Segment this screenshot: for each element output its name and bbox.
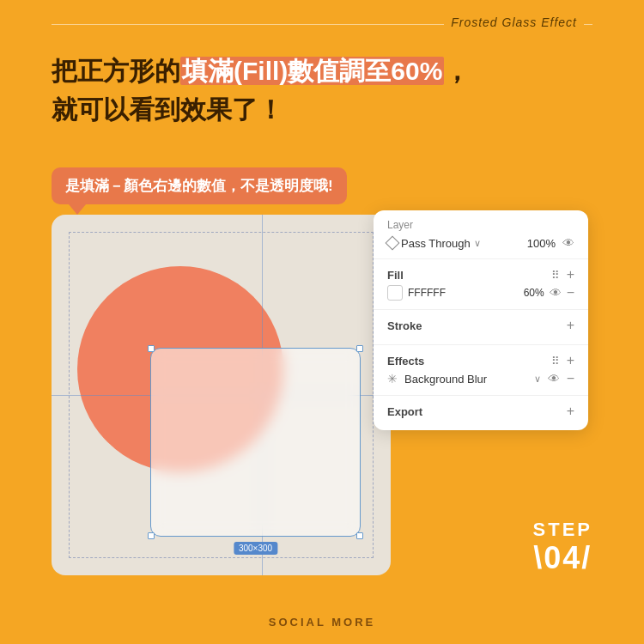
fill-color-swatch[interactable] — [387, 285, 403, 301]
effects-eye-icon[interactable]: 👁 — [548, 372, 560, 386]
heading-line2: 就可以看到效果了！ — [52, 95, 283, 124]
handle-tl[interactable] — [148, 345, 155, 352]
opacity-value[interactable]: 100% — [527, 237, 556, 250]
step-badge: STEP \04/ — [533, 519, 592, 575]
layer-row: Pass Through ∨ 100% 👁 — [387, 236, 574, 250]
size-label: 300×300 — [234, 542, 277, 555]
speech-bubble: 是填滿－顏色右邊的數值，不是透明度哦! — [52, 167, 347, 204]
fill-hex-value[interactable]: FFFFFF — [408, 287, 507, 299]
fill-eye-icon[interactable]: 👁 — [550, 286, 562, 300]
fill-minus-icon[interactable]: − — [567, 285, 574, 301]
blend-mode-label: Pass Through — [401, 237, 471, 250]
frosted-glass-box[interactable]: 300×300 — [150, 348, 361, 537]
export-header-row: Export + — [387, 404, 574, 418]
effects-dots-icon[interactable]: ⠿ — [551, 355, 560, 368]
heading-post: ， — [444, 57, 470, 85]
fill-row: FFFFFF 60% 👁 − — [387, 285, 574, 301]
fill-dots-icon[interactable]: ⠿ — [551, 269, 560, 282]
fill-section: Fill ⠿ + FFFFFF 60% 👁 − — [374, 259, 588, 310]
fill-percent-value[interactable]: 60% — [512, 287, 544, 299]
effects-item: ✳ Background Blur ∨ 👁 − — [387, 371, 574, 386]
main-heading: 把正方形的填滿(Fill)數值調至60%， 就可以看到效果了！ — [52, 52, 592, 129]
eye-icon[interactable]: 👁 — [562, 236, 574, 250]
blend-mode-control[interactable]: Pass Through ∨ — [387, 237, 481, 250]
effects-item-label[interactable]: Background Blur — [404, 373, 527, 386]
heading-pre: 把正方形的 — [52, 57, 180, 85]
effects-icons: ⠿ + — [551, 354, 574, 368]
effects-sun-icon: ✳ — [387, 372, 398, 386]
fill-header-row: Fill ⠿ + — [387, 268, 574, 282]
step-word: STEP — [533, 519, 592, 541]
step-number: \04/ — [533, 541, 592, 575]
effects-item-chevron[interactable]: ∨ — [534, 374, 541, 385]
stroke-plus-icon[interactable]: + — [567, 319, 574, 332]
blend-diamond-icon — [386, 236, 400, 251]
handle-tr[interactable] — [356, 345, 363, 352]
heading-highlight: 填滿(Fill)數值調至60% — [180, 57, 444, 85]
fill-plus-icon[interactable]: + — [567, 268, 574, 282]
canvas-area: 300×300 — [52, 215, 391, 575]
stroke-header-row: Stroke + — [387, 319, 574, 332]
effects-plus-icon[interactable]: + — [567, 354, 574, 368]
blend-chevron-icon: ∨ — [474, 238, 481, 249]
effects-minus-icon[interactable]: − — [567, 371, 574, 386]
stroke-section: Stroke + — [374, 310, 588, 345]
layer-section: Layer Pass Through ∨ 100% 👁 — [374, 210, 588, 259]
effects-label: Effects — [387, 355, 424, 368]
fill-icons: ⠿ + — [551, 268, 574, 282]
handle-bl[interactable] — [148, 532, 155, 539]
brand-name: SOCIAL MORE — [0, 616, 644, 629]
fill-label: Fill — [387, 269, 404, 282]
effects-header-row: Effects ⠿ + — [387, 354, 574, 368]
effects-section: Effects ⠿ + ✳ Background Blur ∨ 👁 − — [374, 345, 588, 396]
stroke-label: Stroke — [387, 319, 422, 332]
handle-br[interactable] — [356, 532, 363, 539]
export-plus-icon[interactable]: + — [567, 404, 574, 418]
export-section: Export + — [374, 396, 588, 430]
export-label: Export — [387, 405, 422, 418]
layer-right: 100% 👁 — [527, 236, 574, 250]
layer-label: Layer — [387, 219, 574, 231]
page-title: Frosted Glass Effect — [444, 15, 584, 29]
properties-panel: Layer Pass Through ∨ 100% 👁 Fill ⠿ + FFF… — [374, 210, 588, 430]
